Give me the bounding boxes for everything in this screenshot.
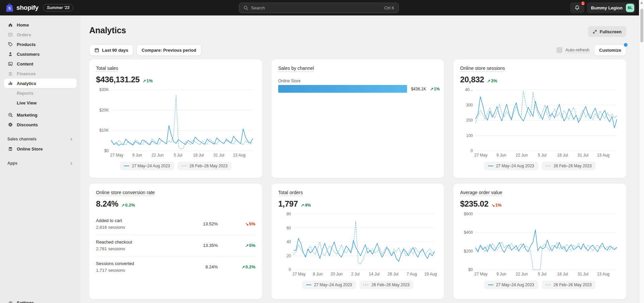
sidebar-item-content[interactable]: Content (4, 59, 77, 69)
svg-text:$600: $600 (464, 212, 473, 216)
svg-text:9 Jun: 9 Jun (496, 153, 506, 158)
sidebar-item-products[interactable]: Products (4, 40, 77, 49)
svg-text:31 Jul: 31 Jul (578, 153, 588, 158)
channel-bar-value: $436.1K (411, 87, 426, 91)
sidebar-item-settings[interactable]: Settings (4, 298, 77, 303)
total-orders-value: 1,797 (278, 199, 298, 209)
auto-refresh-toggle[interactable]: Auto-refresh (556, 47, 590, 53)
svg-text:$30K: $30K (99, 87, 109, 92)
legend-previous[interactable]: 26 Feb–26 May 2023 (359, 280, 413, 289)
auto-refresh-checkbox[interactable] (556, 47, 562, 53)
legend-previous[interactable]: 26 Feb–26 May 2023 (542, 280, 596, 289)
svg-text:300: 300 (466, 103, 473, 107)
legend-previous[interactable]: 26 Feb–26 May 2023 (178, 162, 232, 170)
notifications-button[interactable]: 1 (570, 2, 584, 13)
customize-new-dot (624, 43, 628, 47)
sidebar-item-home[interactable]: Home (4, 20, 77, 30)
solid-line-swatch (488, 166, 493, 167)
chart-legend: 27 May–24 Aug 2023 26 Feb–26 May 2023 (460, 280, 620, 289)
svg-text:8 Jun: 8 Jun (313, 272, 323, 276)
orders-icon (7, 32, 13, 38)
sidebar-section-apps[interactable]: Apps (7, 161, 73, 166)
total-orders-card: Total orders 1,797 ↗4% 80604020027 May8 … (271, 184, 444, 299)
conversion-change: ↗0.2% (121, 203, 135, 208)
sidebar-item-marketing[interactable]: Marketing (4, 110, 77, 120)
card-title-sessions[interactable]: Online store sessions (460, 66, 505, 72)
legend-current[interactable]: 27 May–24 Aug 2023 (302, 280, 356, 289)
fullscreen-button[interactable]: Fullscreen (588, 26, 626, 37)
chevron-right-icon (69, 137, 73, 141)
notifications-count-badge: 1 (580, 1, 586, 6)
card-title-total-orders[interactable]: Total orders (278, 190, 303, 196)
scrollbar-thumb[interactable] (640, 9, 643, 42)
sidebar-item-label: Reports (17, 91, 33, 96)
sidebar-item-analytics[interactable]: Analytics (4, 79, 77, 88)
home-icon (7, 22, 13, 28)
legend-current[interactable]: 27 May–24 Aug 2023 (120, 162, 174, 170)
chart-legend: 27 May–24 Aug 2023 26 Feb–26 May 2023 (96, 162, 255, 170)
svg-text:26 Jul: 26 Jul (388, 272, 398, 276)
total-orders-change: ↗4% (301, 203, 311, 208)
sidebar-item-reports[interactable]: Reports (4, 88, 77, 98)
sidebar-item-discounts[interactable]: Discounts (4, 120, 77, 129)
card-title-aov[interactable]: Average order value (460, 190, 502, 196)
channel-bar-change: ↗1% (430, 87, 440, 91)
conversion-row-rate: 8.24% (181, 264, 218, 269)
svg-text:60: 60 (287, 226, 291, 230)
channel-bar-row: $436.1K ↗1% (278, 85, 437, 93)
legend-current[interactable]: 27 May–24 Aug 2023 (484, 162, 538, 170)
svg-text:13 Aug: 13 Aug (597, 272, 609, 276)
conversion-row-sessions: 2,781 sessions (96, 246, 181, 251)
svg-text:14 Jul: 14 Jul (369, 272, 380, 276)
customize-button[interactable]: Customize (594, 44, 626, 56)
bell-icon (574, 5, 580, 11)
sidebar-item-orders[interactable]: Orders (4, 30, 77, 39)
card-title-total-sales[interactable]: Total sales (96, 66, 118, 72)
compare-button[interactable]: Compare: Previous period (137, 44, 201, 56)
avatar: BL (626, 4, 634, 12)
search-input[interactable]: Search Ctrl K (239, 3, 399, 13)
sidebar-item-label: Content (17, 61, 33, 67)
svg-text:27 May: 27 May (292, 272, 305, 276)
sidebar-item-customers[interactable]: Customers (4, 49, 77, 59)
vertical-scrollbar[interactable] (639, 0, 644, 303)
date-range-button[interactable]: Last 90 days (89, 44, 133, 56)
conversion-value: 8.24% (96, 199, 118, 209)
sidebar-section-sales-channels[interactable]: Sales channels (7, 137, 73, 141)
calendar-icon (94, 48, 99, 53)
customize-label: Customize (599, 48, 621, 53)
dotted-line-swatch (546, 166, 551, 167)
sidebar-item-label: Marketing (17, 113, 37, 118)
brand-wordmark: shopify (16, 4, 38, 11)
scroll-up-arrow-icon[interactable] (640, 2, 643, 4)
shopify-logo[interactable]: S shopify Summer '23 (5, 0, 73, 15)
svg-text:27 May: 27 May (474, 153, 487, 158)
svg-text:40...: 40... (465, 87, 473, 92)
svg-text:$400: $400 (464, 230, 473, 235)
svg-text:13 Aug: 13 Aug (597, 153, 609, 158)
total-orders-chart[interactable]: 80604020027 May8 Jun20 Jun2 Jul14 Jul26 … (278, 211, 437, 277)
sessions-chart[interactable]: 40...300200100027 May9 Jun22 Jun5 Jul18 … (460, 87, 620, 158)
edition-badge[interactable]: Summer '23 (43, 4, 73, 11)
sidebar-item-live-view[interactable]: Live View (4, 98, 77, 107)
sidebar-item-finances[interactable]: Finances (4, 69, 77, 78)
sessions-value: 20,832 (460, 75, 484, 84)
user-menu[interactable]: Bummy Legion BL (587, 2, 636, 13)
svg-text:18 Jul: 18 Jul (557, 153, 568, 158)
channel-bar[interactable] (278, 85, 407, 93)
total-sales-chart[interactable]: $30K$20K$10K$027 May9 Jun22 Jun5 Jul18 J… (96, 87, 255, 158)
svg-text:$10K: $10K (99, 128, 109, 133)
solid-line-swatch (124, 166, 129, 167)
sidebar-item-online-store[interactable]: Online Store (4, 144, 77, 154)
svg-text:0: 0 (289, 267, 291, 272)
card-title-sales-by-channel[interactable]: Sales by channel (278, 66, 314, 72)
legend-previous[interactable]: 26 Feb–26 May 2023 (542, 162, 596, 170)
legend-current[interactable]: 27 May–24 Aug 2023 (484, 280, 538, 289)
discount-icon (7, 122, 13, 128)
svg-text:5 Jul: 5 Jul (538, 153, 546, 158)
svg-text:S: S (8, 6, 11, 10)
conversion-row-reached-checkout: Reached checkout 2,781 sessions 13.35% ↗… (96, 235, 255, 256)
conversion-row-rate: 13.52% (181, 221, 218, 226)
card-title-conversion[interactable]: Online store conversion rate (96, 190, 155, 196)
aov-chart[interactable]: $600$400$200$027 May9 Jun22 Jun5 Jul18 J… (460, 211, 620, 277)
